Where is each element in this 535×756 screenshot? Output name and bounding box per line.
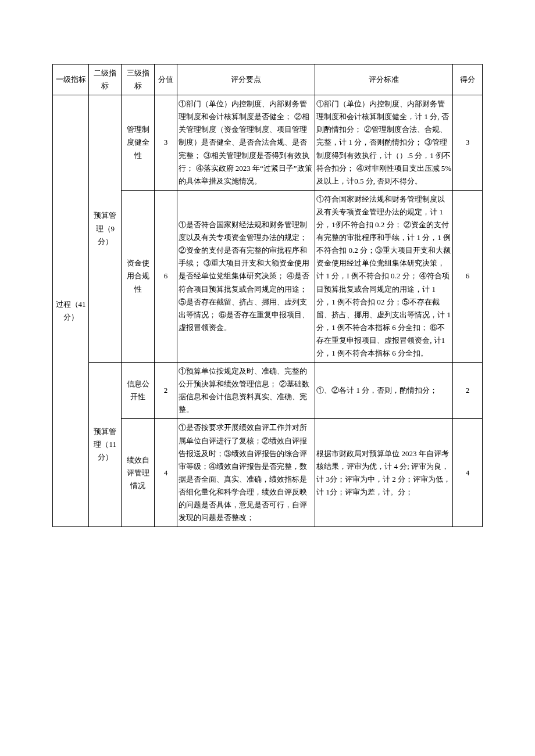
table-header-row: 一级指标 二级指标 三级指标 分值 评分要点 评分标准 得分	[53, 65, 483, 95]
cell-standard: ①符合国家财经法规和财务管理制度以及有关专项资金管理办法的规定，计 1 分，1例…	[315, 190, 453, 362]
cell-points: ①是否符合国家财经法规和财务管理制度以及有关专项资金管理办法的规定； ②资金的支…	[177, 190, 315, 362]
cell-l3: 绩效自评管理情况	[122, 419, 154, 527]
cell-sv: 4	[154, 419, 177, 527]
cell-l3: 管理制度健全性	[122, 95, 154, 191]
cell-score: 6	[453, 190, 483, 362]
cell-score: 3	[453, 95, 483, 191]
header-standard: 评分标准	[315, 65, 453, 95]
evaluation-table: 一级指标 二级指标 三级指标 分值 评分要点 评分标准 得分 过程（41 分） …	[52, 64, 483, 527]
cell-points: ①预算单位按规定及时、准确、完整的公开预决算和绩效管理信息； ②基础数据信息和会…	[177, 363, 315, 419]
cell-l2a: 预算管理（9分）	[89, 95, 122, 363]
cell-score: 4	[453, 419, 483, 527]
header-score-value: 分值	[154, 65, 177, 95]
cell-sv: 2	[154, 363, 177, 419]
header-l1: 一级指标	[53, 65, 89, 95]
cell-l1: 过程（41 分）	[53, 95, 89, 527]
header-l2: 二级指标	[89, 65, 122, 95]
cell-l3: 资金使用合规性	[122, 190, 154, 362]
cell-sv: 6	[154, 190, 177, 362]
cell-standard: 根据市财政局对预算单位 2023 年自评考核结果，评审为优，计 4 分; 评审为…	[315, 419, 453, 527]
cell-standard: ①部门（单位）内控制度、内部财务管理制度和会计核算制度健全，计 1 分, 否则酌…	[315, 95, 453, 191]
cell-standard: ①、②各计 1 分，否则，酌情扣分；	[315, 363, 453, 419]
table-row: 过程（41 分） 预算管理（9分） 管理制度健全性 3 ①部门（单位）内控制度、…	[53, 95, 483, 191]
cell-l3: 信息公开性	[122, 363, 154, 419]
cell-points: ①部门（单位）内控制度、内部财务管理制度和会计核算制度是否健全； ②相关管理制度…	[177, 95, 315, 191]
header-points: 评分要点	[177, 65, 315, 95]
header-l3: 三级指标	[122, 65, 154, 95]
header-score: 得分	[453, 65, 483, 95]
cell-points: ①是否按要求开展绩效自评工作并对所属单位自评进行了复核；②绩效自评报告报送及时；…	[177, 419, 315, 527]
table-row: 预算管理（11分） 信息公开性 2 ①预算单位按规定及时、准确、完整的公开预决算…	[53, 363, 483, 419]
cell-sv: 3	[154, 95, 177, 191]
cell-l2b: 预算管理（11分）	[89, 363, 122, 527]
cell-score: 2	[453, 363, 483, 419]
